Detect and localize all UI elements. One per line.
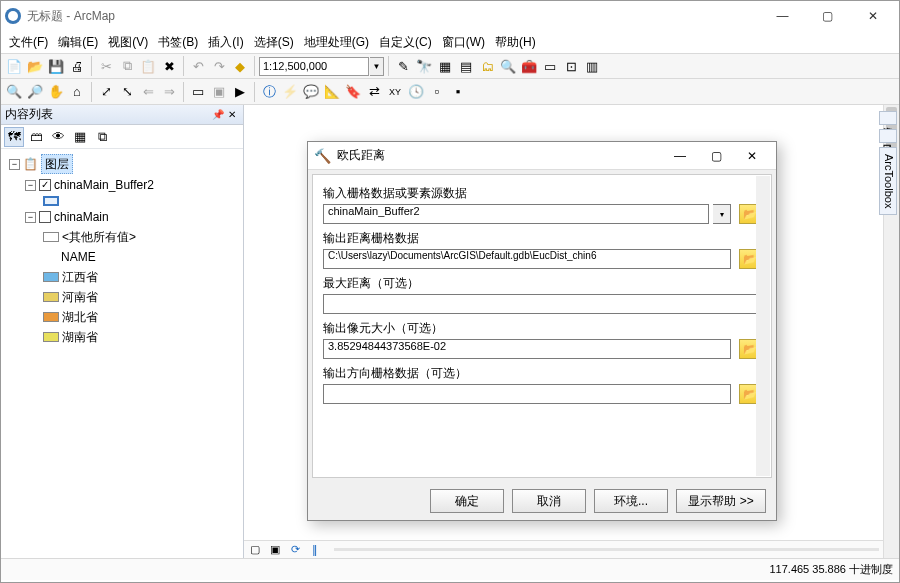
goto-xy-icon[interactable]: XY bbox=[385, 82, 405, 102]
dialog-titlebar[interactable]: 🔨 欧氏距离 — ▢ ✕ bbox=[308, 142, 776, 170]
open-icon[interactable]: 📂 bbox=[25, 56, 45, 76]
list-by-visibility-icon[interactable]: 👁 bbox=[48, 127, 68, 147]
redo-icon[interactable]: ↷ bbox=[209, 56, 229, 76]
next-extent-icon[interactable]: ⇒ bbox=[159, 82, 179, 102]
model-builder-icon[interactable]: ⊡ bbox=[561, 56, 581, 76]
window-maximize-button[interactable]: ▢ bbox=[805, 2, 850, 30]
identify-icon[interactable]: ⓘ bbox=[259, 82, 279, 102]
arctoolbox-icon[interactable]: 🧰 bbox=[519, 56, 539, 76]
dialog-minimize-button[interactable]: — bbox=[662, 144, 698, 168]
layout-view-icon[interactable]: ▣ bbox=[268, 543, 282, 557]
toc-icon[interactable]: ▤ bbox=[456, 56, 476, 76]
delete-icon[interactable]: ✖ bbox=[159, 56, 179, 76]
print-icon[interactable]: 🖨 bbox=[67, 56, 87, 76]
data-view-icon[interactable]: ▢ bbox=[248, 543, 262, 557]
menu-selection[interactable]: 选择(S) bbox=[250, 32, 298, 53]
select-elements-icon[interactable]: ▶ bbox=[230, 82, 250, 102]
scale-input[interactable]: 1:12,500,000 bbox=[259, 57, 369, 76]
copy-icon[interactable]: ⧉ bbox=[117, 56, 137, 76]
max-distance-field[interactable] bbox=[323, 294, 761, 314]
output-raster-field[interactable]: C:\Users\lazy\Documents\ArcGIS\Default.g… bbox=[323, 249, 731, 269]
show-help-button[interactable]: 显示帮助 >> bbox=[676, 489, 766, 513]
create-viewer-icon[interactable]: ▫ bbox=[427, 82, 447, 102]
find-tool-icon[interactable]: 🔖 bbox=[343, 82, 363, 102]
category-label[interactable]: 湖南省 bbox=[62, 328, 98, 346]
menu-help[interactable]: 帮助(H) bbox=[491, 32, 540, 53]
search-icon[interactable]: 🔍 bbox=[498, 56, 518, 76]
layer-node[interactable]: chinaMain bbox=[54, 208, 109, 226]
symbol-swatch[interactable] bbox=[43, 232, 59, 242]
viewer-icon[interactable]: ▪ bbox=[448, 82, 468, 102]
symbol-swatch[interactable] bbox=[43, 292, 59, 302]
collapse-icon[interactable]: − bbox=[25, 212, 36, 223]
results-icon[interactable]: ▥ bbox=[582, 56, 602, 76]
save-icon[interactable]: 💾 bbox=[46, 56, 66, 76]
pan-icon[interactable]: ✋ bbox=[46, 82, 66, 102]
collapse-icon[interactable]: − bbox=[25, 180, 36, 191]
find-icon[interactable]: 🔭 bbox=[414, 56, 434, 76]
collapse-icon[interactable]: − bbox=[9, 159, 20, 170]
menu-view[interactable]: 视图(V) bbox=[104, 32, 152, 53]
full-extent-icon[interactable]: ⌂ bbox=[67, 82, 87, 102]
table-icon[interactable]: ▦ bbox=[435, 56, 455, 76]
menu-customize[interactable]: 自定义(C) bbox=[375, 32, 436, 53]
environments-button[interactable]: 环境... bbox=[594, 489, 668, 513]
clear-selection-icon[interactable]: ▣ bbox=[209, 82, 229, 102]
cell-size-field[interactable]: 3.85294844373568E-02 bbox=[323, 339, 731, 359]
list-by-selection-icon[interactable]: ▦ bbox=[70, 127, 90, 147]
dialog-close-button[interactable]: ✕ bbox=[734, 144, 770, 168]
zoom-out-icon[interactable]: 🔎 bbox=[25, 82, 45, 102]
window-minimize-button[interactable]: — bbox=[760, 2, 805, 30]
panel-close-icon[interactable]: ✕ bbox=[225, 108, 239, 122]
cut-icon[interactable]: ✂ bbox=[96, 56, 116, 76]
symbol-swatch[interactable] bbox=[43, 332, 59, 342]
list-by-drawing-order-icon[interactable]: 🗺 bbox=[4, 127, 24, 147]
python-icon[interactable]: ▭ bbox=[540, 56, 560, 76]
symbol-swatch[interactable] bbox=[43, 272, 59, 282]
input-raster-field[interactable]: chinaMain_Buffer2 bbox=[323, 204, 709, 224]
list-by-source-icon[interactable]: 🗃 bbox=[26, 127, 46, 147]
measure-icon[interactable]: 📐 bbox=[322, 82, 342, 102]
symbol-swatch[interactable] bbox=[43, 196, 59, 206]
menu-geoprocessing[interactable]: 地理处理(G) bbox=[300, 32, 373, 53]
cancel-button[interactable]: 取消 bbox=[512, 489, 586, 513]
fixed-zoom-in-icon[interactable]: ⤢ bbox=[96, 82, 116, 102]
menu-insert[interactable]: 插入(I) bbox=[204, 32, 247, 53]
editor-toolbar-icon[interactable]: ✎ bbox=[393, 56, 413, 76]
category-label[interactable]: 江西省 bbox=[62, 268, 98, 286]
find-route-icon[interactable]: ⇄ bbox=[364, 82, 384, 102]
refresh-icon[interactable]: ⟳ bbox=[288, 543, 302, 557]
time-slider-icon[interactable]: 🕓 bbox=[406, 82, 426, 102]
new-icon[interactable]: 📄 bbox=[4, 56, 24, 76]
hyperlink-icon[interactable]: ⚡ bbox=[280, 82, 300, 102]
window-close-button[interactable]: ✕ bbox=[850, 2, 895, 30]
select-features-icon[interactable]: ▭ bbox=[188, 82, 208, 102]
category-label[interactable]: 湖北省 bbox=[62, 308, 98, 326]
tab-arctoolbox[interactable]: ArcToolbox bbox=[879, 147, 897, 215]
menu-bookmarks[interactable]: 书签(B) bbox=[154, 32, 202, 53]
menu-file[interactable]: 文件(F) bbox=[5, 32, 52, 53]
symbol-swatch[interactable] bbox=[43, 312, 59, 322]
category-label[interactable]: 河南省 bbox=[62, 288, 98, 306]
html-popup-icon[interactable]: 💬 bbox=[301, 82, 321, 102]
scale-dropdown-button[interactable]: ▼ bbox=[370, 57, 384, 76]
input-raster-dropdown[interactable]: ▾ bbox=[713, 204, 731, 224]
paste-icon[interactable]: 📋 bbox=[138, 56, 158, 76]
tab-catalog[interactable]: 目录 bbox=[879, 129, 897, 143]
layer-tree[interactable]: −📋图层 −✓chinaMain_Buffer2 −chinaMain <其他所… bbox=[1, 149, 243, 558]
tab-search[interactable]: 搜索 bbox=[879, 111, 897, 125]
catalog-icon[interactable]: 🗂 bbox=[477, 56, 497, 76]
options-icon[interactable]: ⧉ bbox=[92, 127, 112, 147]
layer-checkbox[interactable] bbox=[39, 211, 51, 223]
menu-edit[interactable]: 编辑(E) bbox=[54, 32, 102, 53]
layer-checkbox[interactable]: ✓ bbox=[39, 179, 51, 191]
dialog-vertical-scrollbar[interactable] bbox=[756, 176, 770, 476]
add-data-icon[interactable]: ◆ bbox=[230, 56, 250, 76]
menu-window[interactable]: 窗口(W) bbox=[438, 32, 489, 53]
undo-icon[interactable]: ↶ bbox=[188, 56, 208, 76]
pause-drawing-icon[interactable]: ‖ bbox=[308, 543, 322, 557]
data-frame-node[interactable]: 图层 bbox=[41, 154, 73, 174]
zoom-in-icon[interactable]: 🔍 bbox=[4, 82, 24, 102]
prev-extent-icon[interactable]: ⇐ bbox=[138, 82, 158, 102]
layer-node[interactable]: chinaMain_Buffer2 bbox=[54, 176, 154, 194]
